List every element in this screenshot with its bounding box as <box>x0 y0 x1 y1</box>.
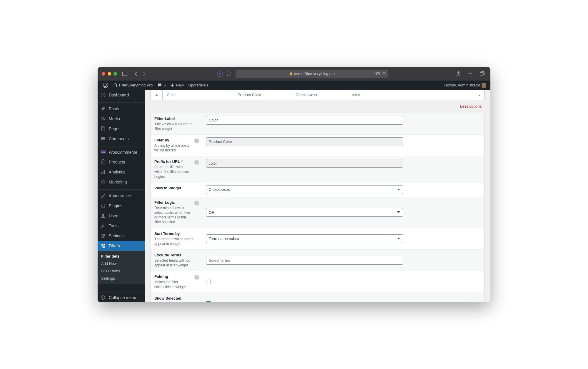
submenu-settings[interactable]: Settings <box>98 275 145 282</box>
submenu-filter-sets[interactable]: Filter Sets <box>98 253 145 260</box>
menu-comments[interactable]: Comments <box>98 134 145 144</box>
reader-icon[interactable]: ▶ <box>217 71 223 77</box>
show-selected-label: Show Selected <box>154 296 199 300</box>
filter-header-row[interactable]: 4 Color Product Color Checkboxes color ▲ <box>151 90 485 100</box>
menu-users[interactable]: Users <box>98 211 145 221</box>
browser-chrome: ▶ 🔒 demo.filtereverything.pro A <box>98 67 490 81</box>
row-folding: Folding Makes the filter collapsible in … <box>151 271 484 293</box>
filter-logic-select[interactable]: OR <box>206 208 403 217</box>
row-filter-label: Filter Label Title which will appear in … <box>151 113 484 135</box>
svg-point-24 <box>102 234 103 235</box>
menu-products[interactable]: Products <box>98 157 145 167</box>
row-prefix-url: Prefix for URL * A part of URL with whic… <box>151 156 484 183</box>
marketing-icon <box>101 179 106 185</box>
reload-icon[interactable] <box>382 72 386 76</box>
my-account-link[interactable]: Howdy, Administrator <box>442 83 487 88</box>
translate-icon[interactable]: A <box>375 72 380 76</box>
menu-dashboard[interactable]: Dashboard <box>98 90 145 100</box>
menu-tools[interactable]: Tools <box>98 221 145 231</box>
sidebar-toggle-icon[interactable] <box>122 72 129 76</box>
comments-count: 0 <box>163 83 166 87</box>
tabs-overview-icon[interactable] <box>480 71 486 76</box>
admin-menu: Dashboard Posts Media Pages <box>98 90 145 302</box>
exclude-terms-label: Exclude Terms <box>154 253 199 257</box>
svg-point-34 <box>103 246 105 248</box>
nav-forward-icon[interactable] <box>142 71 149 76</box>
sort-toggle[interactable]: ▲ <box>377 90 484 100</box>
svg-point-12 <box>103 94 104 95</box>
share-icon[interactable] <box>456 71 463 76</box>
wp-logo[interactable] <box>101 81 111 90</box>
menu-appearance[interactable]: Appearance <box>98 191 145 201</box>
comment-bubble-icon <box>157 83 162 87</box>
comments-icon <box>101 136 106 141</box>
exclude-terms-input[interactable] <box>206 256 403 265</box>
privacy-shield-icon[interactable] <box>226 71 231 76</box>
pages-icon <box>101 126 106 131</box>
filter-label-desc: Title which will appear in filter widget <box>154 122 199 131</box>
prefix-url-desc: A part of URL with which the filter sect… <box>154 165 192 179</box>
show-selected-checkbox[interactable]: ✓ <box>206 301 211 302</box>
sort-ascending-icon: ▲ <box>478 93 481 97</box>
address-bar[interactable]: 🔒 demo.filtereverything.pro A <box>235 70 388 78</box>
less-options-link[interactable]: Less options <box>460 104 482 108</box>
menu-marketing[interactable]: Marketing <box>98 177 145 187</box>
howdy-text: Howdy, Administrator <box>444 83 480 87</box>
view-widget-select[interactable]: Checkboxes <box>206 185 403 194</box>
menu-pages[interactable]: Pages <box>98 124 145 134</box>
sort-terms-select[interactable]: Term name «abc» <box>206 234 403 243</box>
svg-point-22 <box>102 213 104 216</box>
svg-rect-19 <box>101 172 102 173</box>
svg-point-35 <box>101 295 105 299</box>
menu-woocommerce[interactable]: woo WooCommerce <box>98 148 145 157</box>
filter-view-header: Checkboxes <box>278 90 335 100</box>
folding-desc: Makes the filter collapsible in widget <box>154 280 192 289</box>
comments-link[interactable]: 0 <box>155 81 168 90</box>
row-sort-terms: Sort Terms by The order in which terms a… <box>151 228 484 250</box>
window-close-icon[interactable] <box>102 72 105 76</box>
help-icon[interactable]: ? <box>194 138 199 143</box>
window-minimize-icon[interactable] <box>108 72 111 76</box>
row-show-selected: Show Selected Show filter selected terms… <box>151 293 484 302</box>
svg-text:woo: woo <box>101 151 106 153</box>
url-text: demo.filtereverything.pro <box>294 72 335 76</box>
folding-checkbox[interactable] <box>206 280 211 284</box>
menu-analytics[interactable]: Analytics <box>98 167 145 177</box>
filter-by-input[interactable] <box>206 137 403 146</box>
prefix-url-input[interactable] <box>206 159 403 168</box>
products-icon <box>101 159 106 165</box>
pin-icon <box>101 106 106 111</box>
site-name-link[interactable]: FilterEverything.Pro <box>111 81 155 90</box>
nav-back-icon[interactable] <box>134 71 141 76</box>
collapse-menu[interactable]: Collapse menu <box>98 293 145 302</box>
submenu-seo-rules[interactable]: SEO Rules <box>98 267 145 275</box>
svg-point-13 <box>101 117 104 120</box>
home-icon <box>113 83 118 87</box>
filter-logic-label: Filter Logic <box>154 200 192 205</box>
svg-rect-15 <box>102 127 105 131</box>
filter-label-label: Filter Label <box>154 116 199 121</box>
site-name-text: FilterEverything.Pro <box>119 83 153 87</box>
filter-by-desc: A thing by which posts will be filtered <box>154 143 192 153</box>
filter-label-input[interactable] <box>206 116 403 125</box>
filter-title: Color <box>163 90 221 100</box>
help-icon[interactable]: ? <box>194 275 199 280</box>
help-icon[interactable]: ? <box>194 160 199 165</box>
new-tab-icon[interactable] <box>468 71 475 76</box>
menu-separator <box>98 188 145 190</box>
submenu-add-new[interactable]: Add New <box>98 260 145 267</box>
menu-filters[interactable]: Filters <box>98 241 145 251</box>
svg-point-30 <box>103 244 104 245</box>
updraftplus-link[interactable]: UpdraftPlus <box>186 81 211 90</box>
traffic-lights <box>102 72 117 76</box>
new-content-link[interactable]: New <box>168 81 186 90</box>
help-icon[interactable]: ? <box>194 201 199 206</box>
menu-posts[interactable]: Posts <box>98 104 145 114</box>
sort-terms-label: Sort Terms by <box>154 231 199 236</box>
filter-index: 4 <box>151 90 163 100</box>
main-content: 4 Color Product Color Checkboxes color ▲… <box>145 90 490 302</box>
menu-plugins[interactable]: Plugins <box>98 201 145 211</box>
menu-media[interactable]: Media <box>98 114 145 124</box>
menu-settings[interactable]: Settings <box>98 231 145 241</box>
window-zoom-icon[interactable] <box>113 72 117 76</box>
